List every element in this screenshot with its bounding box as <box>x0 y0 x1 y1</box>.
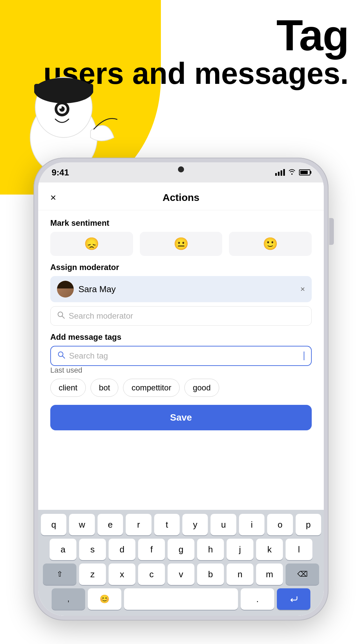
key-s[interactable]: s <box>79 539 106 560</box>
key-return[interactable] <box>277 588 310 610</box>
key-period[interactable]: . <box>241 588 274 610</box>
status-bar: 9:41 <box>38 162 324 182</box>
tags-label: Add message tags <box>50 332 312 342</box>
key-n[interactable]: n <box>227 564 253 585</box>
heading-tag: Tag <box>43 13 349 57</box>
key-m[interactable]: m <box>256 564 283 585</box>
key-b[interactable]: b <box>197 564 224 585</box>
tags-section: Add message tags <box>50 332 312 397</box>
signal-bar-2 <box>278 172 280 176</box>
sentiment-positive[interactable]: 🙂 <box>229 232 312 256</box>
save-button[interactable]: Save <box>50 405 312 430</box>
wifi-icon <box>288 169 296 176</box>
key-backspace[interactable]: ⌫ <box>286 564 319 585</box>
sentiment-neutral[interactable]: 😐 <box>140 232 223 256</box>
moderator-label: Assign moderator <box>50 263 312 272</box>
key-y[interactable]: y <box>182 514 208 535</box>
close-button[interactable]: × <box>50 192 56 203</box>
search-moderator-icon <box>57 311 65 321</box>
key-l[interactable]: l <box>286 539 312 560</box>
tag-chip-compettitor[interactable]: compettitor <box>123 379 180 397</box>
key-w[interactable]: w <box>69 514 95 535</box>
key-f[interactable]: f <box>138 539 165 560</box>
svg-point-7 <box>59 106 62 109</box>
search-tag-icon <box>58 351 65 361</box>
keyboard-row-3: ⇧ z x c v b n m ⌫ <box>41 564 321 585</box>
keyboard-row-2: a s d f g h j k l <box>41 539 321 560</box>
key-e[interactable]: e <box>98 514 123 535</box>
moderator-avatar <box>57 281 74 298</box>
key-a[interactable]: a <box>50 539 76 560</box>
search-moderator-wrap[interactable] <box>50 306 312 326</box>
battery-fill <box>300 171 308 174</box>
svg-line-9 <box>62 316 64 318</box>
tags-row: client bot compettitor good <box>50 379 312 397</box>
key-comma[interactable]: , <box>52 588 85 610</box>
signal-bar-4 <box>283 169 285 176</box>
tag-chip-bot[interactable]: bot <box>90 379 118 397</box>
key-shift[interactable]: ⇧ <box>43 564 76 585</box>
phone-wrapper: 9:41 <box>34 158 328 621</box>
svg-line-11 <box>62 356 65 358</box>
signal-bars-icon <box>275 169 285 176</box>
app-content: × Actions Mark sentiment 😞 😐 🙂 <box>38 182 324 616</box>
phone-outer: 9:41 <box>34 158 328 621</box>
search-tag-wrap[interactable] <box>50 346 312 366</box>
key-i[interactable]: i <box>239 514 264 535</box>
key-emoji[interactable]: 😊 <box>88 588 121 610</box>
camera-notch <box>178 166 184 172</box>
key-u[interactable]: u <box>210 514 236 535</box>
tag-chip-client[interactable]: client <box>50 379 86 397</box>
signal-bar-1 <box>275 173 277 176</box>
key-h[interactable]: h <box>197 539 224 560</box>
signal-bar-3 <box>281 170 282 176</box>
key-p[interactable]: p <box>296 514 321 535</box>
search-moderator-input[interactable] <box>69 311 305 321</box>
scroll-content: Mark sentiment 😞 😐 🙂 Assign moderator <box>38 210 324 510</box>
last-used-label: Last used <box>50 366 312 375</box>
status-time: 9:41 <box>52 167 69 178</box>
moderator-section: Assign moderator Sara May × <box>50 263 312 326</box>
key-space[interactable] <box>124 588 238 610</box>
keyboard: q w e r t y u i o p a s <box>38 510 324 616</box>
key-c[interactable]: c <box>138 564 165 585</box>
key-g[interactable]: g <box>168 539 194 560</box>
key-t[interactable]: t <box>154 514 180 535</box>
remove-moderator-button[interactable]: × <box>300 284 305 294</box>
key-z[interactable]: z <box>79 564 106 585</box>
search-tag-input[interactable] <box>69 351 299 361</box>
key-o[interactable]: o <box>267 514 293 535</box>
sentiment-negative[interactable]: 😞 <box>50 232 133 256</box>
keyboard-row-1: q w e r t y u i o p <box>41 514 321 535</box>
status-icons <box>275 169 310 176</box>
key-v[interactable]: v <box>168 564 194 585</box>
keyboard-row-4: , 😊 . <box>41 588 321 610</box>
key-k[interactable]: k <box>256 539 283 560</box>
key-q[interactable]: q <box>41 514 66 535</box>
app-header: × Actions <box>38 182 324 210</box>
sentiment-row: 😞 😐 🙂 <box>50 232 312 256</box>
key-j[interactable]: j <box>227 539 253 560</box>
moderator-name: Sara May <box>78 284 296 294</box>
tag-chip-good[interactable]: good <box>184 379 219 397</box>
key-x[interactable]: x <box>109 564 135 585</box>
key-r[interactable]: r <box>126 514 151 535</box>
header-title: Actions <box>163 192 199 203</box>
battery-icon <box>299 169 310 175</box>
sentiment-label: Mark sentiment <box>50 218 312 228</box>
text-cursor <box>304 352 304 360</box>
svg-rect-3 <box>34 84 93 94</box>
key-d[interactable]: d <box>109 539 135 560</box>
sentiment-section: Mark sentiment 😞 😐 🙂 <box>50 218 312 256</box>
phone-screen: 9:41 <box>38 162 324 616</box>
moderator-chip: Sara May × <box>50 276 312 302</box>
